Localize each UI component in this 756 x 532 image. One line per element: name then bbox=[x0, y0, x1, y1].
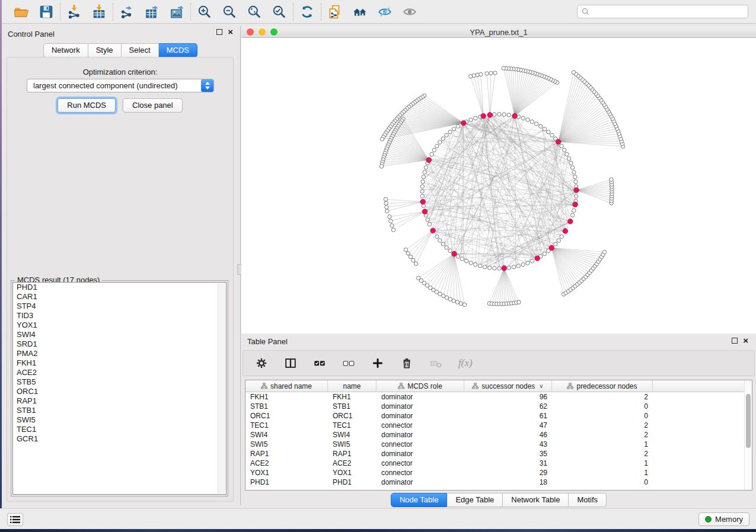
graph-hub-node[interactable] bbox=[452, 251, 457, 257]
open-folder-icon[interactable] bbox=[14, 4, 29, 20]
graph-node[interactable] bbox=[550, 133, 554, 137]
graph-leaf-node[interactable] bbox=[452, 299, 455, 303]
tab-mcds[interactable]: MCDS bbox=[159, 43, 197, 57]
table-cell[interactable]: STB1 bbox=[328, 402, 377, 411]
graph-leaf-node[interactable] bbox=[502, 66, 505, 70]
graph-hub-node[interactable] bbox=[481, 114, 486, 119]
table-row[interactable]: PHD1PHD1dominator180 bbox=[245, 477, 744, 487]
mcds-list-item[interactable]: CAR1 bbox=[13, 292, 226, 302]
mcds-list-item[interactable]: SRD1 bbox=[13, 339, 226, 349]
column-header[interactable]: predecessor nodes bbox=[552, 380, 653, 392]
table-cell[interactable]: 35 bbox=[464, 450, 552, 458]
table-cell[interactable]: 1 bbox=[552, 440, 653, 448]
clone-network-icon[interactable] bbox=[327, 4, 343, 20]
table-cell[interactable]: SWI4 bbox=[245, 431, 328, 439]
graph-node[interactable] bbox=[445, 246, 448, 249]
network-canvas[interactable] bbox=[241, 38, 756, 334]
graph-node[interactable] bbox=[497, 113, 501, 116]
criterion-select[interactable]: largest connected component (undirected) bbox=[27, 79, 214, 92]
graph-hub-node[interactable] bbox=[563, 229, 568, 234]
graph-leaf-node[interactable] bbox=[572, 70, 575, 74]
delete-column-trash-icon[interactable] bbox=[400, 357, 413, 370]
close-panel-icon[interactable]: × bbox=[228, 29, 233, 35]
deselect-all-icon[interactable] bbox=[342, 357, 355, 370]
run-mcds-button[interactable]: Run MCDS bbox=[58, 98, 116, 113]
graph-node[interactable] bbox=[574, 180, 578, 184]
table-cell[interactable]: SWI5 bbox=[245, 440, 328, 448]
float-panel-icon[interactable] bbox=[216, 29, 222, 35]
mcds-list-item[interactable]: STB5 bbox=[13, 377, 226, 387]
table-cell[interactable]: 18 bbox=[464, 478, 552, 486]
graph-node[interactable] bbox=[469, 118, 473, 121]
table-cell[interactable]: 2 bbox=[552, 421, 653, 430]
graph-leaf-node[interactable] bbox=[390, 224, 394, 227]
graph-node[interactable] bbox=[438, 239, 442, 242]
show-columns-icon[interactable] bbox=[284, 357, 297, 370]
graph-hub-node[interactable] bbox=[567, 219, 573, 225]
table-cell[interactable]: ACE2 bbox=[328, 459, 377, 467]
graph-node[interactable] bbox=[557, 239, 560, 242]
graph-node[interactable] bbox=[445, 133, 448, 137]
tab-select[interactable]: Select bbox=[122, 43, 159, 57]
graph-leaf-node[interactable] bbox=[455, 300, 459, 304]
table-row[interactable]: FKH1FKH1dominator962 bbox=[245, 392, 744, 402]
mcds-list-item[interactable]: SWI4 bbox=[13, 330, 226, 339]
graph-node[interactable] bbox=[493, 267, 496, 270]
table-cell[interactable]: dominator bbox=[377, 393, 464, 401]
graph-node[interactable] bbox=[575, 194, 578, 198]
graph-node[interactable] bbox=[572, 209, 576, 212]
refresh-icon[interactable] bbox=[299, 4, 315, 20]
search-input[interactable] bbox=[590, 8, 748, 16]
graph-node[interactable] bbox=[554, 242, 557, 246]
mcds-list-item[interactable]: ACE2 bbox=[13, 368, 226, 377]
graph-node[interactable] bbox=[424, 166, 428, 169]
network-titlebar[interactable]: YPA_prune.txt_1 bbox=[241, 26, 756, 38]
graph-node[interactable] bbox=[570, 213, 574, 217]
graph-hub-node[interactable] bbox=[549, 245, 554, 251]
graph-leaf-node[interactable] bbox=[406, 252, 410, 255]
zoom-selected-icon[interactable] bbox=[272, 4, 287, 20]
graph-hub-node[interactable] bbox=[426, 158, 432, 163]
mcds-list-item[interactable]: STP4 bbox=[13, 302, 226, 311]
graph-node[interactable] bbox=[572, 171, 576, 174]
graph-node[interactable] bbox=[479, 264, 482, 268]
graph-node[interactable] bbox=[438, 140, 442, 144]
table-cell[interactable]: FKH1 bbox=[328, 393, 377, 401]
table-cell[interactable]: 31 bbox=[464, 459, 552, 467]
graph-leaf-node[interactable] bbox=[459, 302, 462, 305]
table-cell[interactable]: 0 bbox=[552, 402, 653, 411]
table-cell[interactable]: SWI5 bbox=[328, 440, 377, 448]
table-cell[interactable]: TEC1 bbox=[245, 421, 328, 430]
graph-node[interactable] bbox=[441, 137, 445, 140]
export-image-icon[interactable] bbox=[169, 4, 184, 20]
graph-node[interactable] bbox=[543, 127, 546, 131]
mcds-list-item[interactable]: SWI5 bbox=[13, 415, 226, 425]
table-cell[interactable]: TEC1 bbox=[328, 421, 377, 430]
graph-node[interactable] bbox=[452, 127, 455, 131]
graph-hub-node[interactable] bbox=[573, 202, 578, 207]
table-cell[interactable]: dominator bbox=[377, 450, 464, 458]
tab-network-table[interactable]: Network Table bbox=[503, 493, 569, 507]
graph-leaf-node[interactable] bbox=[412, 258, 415, 262]
graph-node[interactable] bbox=[512, 265, 515, 269]
table-settings-gear-icon[interactable] bbox=[255, 357, 268, 370]
table-row[interactable]: SWI5SWI5connector431 bbox=[245, 440, 744, 449]
table-cell[interactable]: ACE2 bbox=[245, 459, 328, 467]
graph-node[interactable] bbox=[420, 190, 424, 193]
graph-hub-node[interactable] bbox=[430, 228, 436, 233]
graph-leaf-node[interactable] bbox=[384, 197, 387, 201]
graph-leaf-node[interactable] bbox=[610, 178, 613, 181]
graph-node[interactable] bbox=[483, 265, 486, 269]
table-cell[interactable]: 1 bbox=[552, 469, 653, 477]
table-cell[interactable]: connector bbox=[377, 469, 464, 477]
graph-node[interactable] bbox=[569, 161, 573, 165]
graph-node[interactable] bbox=[507, 113, 511, 117]
show-all-eye-icon[interactable] bbox=[402, 4, 417, 20]
graph-node[interactable] bbox=[428, 222, 431, 226]
list-scrollbar[interactable] bbox=[218, 283, 225, 493]
graph-node[interactable] bbox=[530, 120, 534, 123]
table-cell[interactable]: RAP1 bbox=[328, 450, 377, 458]
save-icon[interactable] bbox=[39, 4, 54, 20]
graph-node[interactable] bbox=[441, 242, 445, 246]
table-cell[interactable]: PHD1 bbox=[245, 478, 328, 486]
